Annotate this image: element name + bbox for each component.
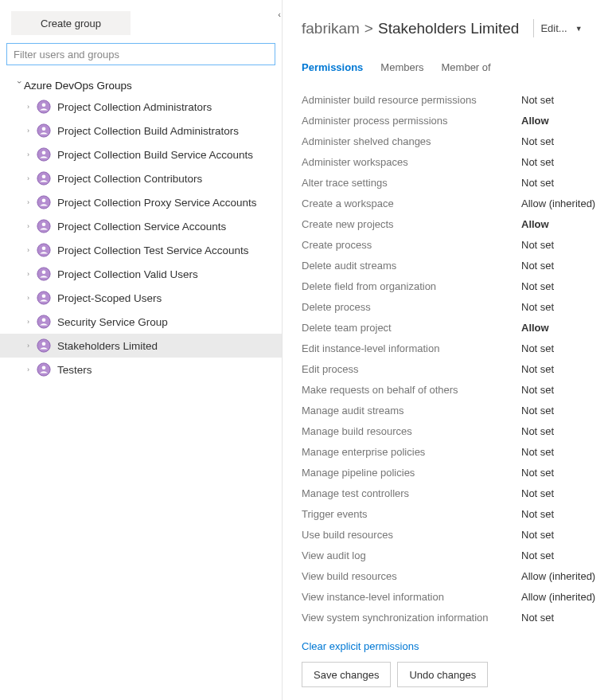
group-icon	[37, 100, 51, 114]
undo-changes-button[interactable]: Undo changes	[397, 662, 488, 687]
permission-value[interactable]: Not set	[521, 405, 554, 416]
permission-value[interactable]: Not set	[521, 467, 554, 479]
permission-row[interactable]: Delete team projectAllow	[302, 317, 598, 338]
permission-label: Alter trace settings	[302, 177, 521, 189]
permission-row[interactable]: Edit instance-level informationNot set	[302, 338, 598, 358]
permission-row[interactable]: View system synchronization informationN…	[302, 607, 598, 628]
permission-value[interactable]: Not set	[521, 529, 554, 541]
permission-label: Edit instance-level information	[302, 342, 521, 354]
group-icon	[37, 123, 51, 138]
permission-value[interactable]: Not set	[521, 177, 554, 189]
permission-row[interactable]: View build resourcesAllow (inherited)	[302, 565, 598, 586]
permission-label: Delete field from organization	[302, 280, 521, 292]
permission-label: Manage audit streams	[302, 405, 521, 416]
sidebar-item-group[interactable]: ›Project Collection Proxy Service Accoun…	[0, 190, 282, 214]
permission-row[interactable]: Create a workspaceAllow (inherited)	[302, 193, 598, 213]
permission-value[interactable]: Not set	[521, 239, 554, 251]
permission-row[interactable]: Create processNot set	[302, 234, 598, 255]
tree-root-azure-devops-groups[interactable]: › Azure DevOps Groups	[0, 76, 282, 95]
permission-value[interactable]: Not set	[521, 384, 554, 396]
permission-row[interactable]: Alter trace settingsNot set	[302, 172, 598, 193]
permission-row[interactable]: Manage test controllersNot set	[302, 483, 598, 503]
permission-value[interactable]: Allow (inherited)	[521, 197, 595, 209]
chevron-down-icon: ›	[15, 81, 24, 91]
sidebar-item-group[interactable]: ›Project Collection Service Accounts	[0, 214, 282, 238]
permission-value[interactable]: Not set	[521, 549, 554, 561]
permission-row[interactable]: Administer shelved changesNot set	[302, 131, 598, 151]
permission-row[interactable]: Manage pipeline policiesNot set	[302, 462, 598, 483]
permission-value[interactable]: Not set	[521, 612, 554, 624]
permission-row[interactable]: Delete processNot set	[302, 296, 598, 317]
tab-members[interactable]: Members	[380, 61, 423, 78]
group-icon	[37, 315, 51, 329]
permission-value[interactable]: Not set	[521, 342, 554, 354]
permission-value[interactable]: Not set	[521, 363, 554, 375]
permission-label: Manage enterprise policies	[302, 446, 521, 458]
permission-row[interactable]: Administer process permissionsAllow	[302, 110, 598, 131]
svg-point-13	[42, 246, 46, 250]
sidebar-item-group[interactable]: ›Testers	[0, 358, 282, 381]
permission-row[interactable]: Delete field from organizationNot set	[302, 276, 598, 296]
permission-value[interactable]: Allow	[521, 322, 549, 334]
permission-value[interactable]: Not set	[521, 280, 554, 292]
permission-value[interactable]: Not set	[521, 301, 554, 313]
permission-row[interactable]: Delete audit streamsNot set	[302, 255, 598, 276]
permission-value[interactable]: Allow (inherited)	[521, 570, 595, 582]
sidebar-item-group[interactable]: ›Project Collection Test Service Account…	[0, 238, 282, 262]
chevron-right-icon: ›	[27, 246, 37, 254]
sidebar-item-group[interactable]: ›Stakeholders Limited	[0, 334, 282, 358]
permission-value[interactable]: Not set	[521, 260, 554, 272]
permission-value[interactable]: Not set	[521, 94, 554, 106]
permission-row[interactable]: Manage build resourcesNot set	[302, 420, 598, 441]
clear-explicit-permissions-link[interactable]: Clear explicit permissions	[302, 640, 598, 652]
breadcrumb: fabrikam > Stakeholders Limited Edit... …	[302, 19, 598, 37]
permission-value[interactable]: Allow (inherited)	[521, 591, 595, 603]
permission-value[interactable]: Allow	[521, 218, 549, 230]
sidebar-item-group[interactable]: ›Security Service Group	[0, 310, 282, 334]
permission-row[interactable]: Make requests on behalf of othersNot set	[302, 379, 598, 400]
tab-permissions[interactable]: Permissions	[302, 61, 363, 78]
permission-row[interactable]: Manage enterprise policiesNot set	[302, 441, 598, 462]
permission-row[interactable]: View audit logNot set	[302, 545, 598, 565]
sidebar-item-label: Project Collection Contributors	[57, 173, 202, 185]
permission-row[interactable]: Manage audit streamsNot set	[302, 400, 598, 420]
tab-member-of[interactable]: Member of	[442, 61, 491, 78]
permission-row[interactable]: Create new projectsAllow	[302, 213, 598, 234]
permission-label: Delete process	[302, 301, 521, 313]
permission-label: Manage build resources	[302, 425, 521, 437]
sidebar-item-group[interactable]: ›Project Collection Build Service Accoun…	[0, 143, 282, 166]
filter-users-groups-input[interactable]	[6, 43, 275, 65]
permission-value[interactable]: Not set	[521, 135, 554, 147]
breadcrumb-org[interactable]: fabrikam	[302, 20, 360, 37]
sidebar-item-group[interactable]: ›Project Collection Administrators	[0, 95, 282, 119]
permission-value[interactable]: Not set	[521, 487, 554, 499]
permission-value[interactable]: Not set	[521, 425, 554, 437]
svg-point-21	[42, 342, 46, 346]
permission-row[interactable]: View instance-level informationAllow (in…	[302, 586, 598, 607]
permission-row[interactable]: Administer workspacesNot set	[302, 151, 598, 172]
edit-dropdown[interactable]: Edit... ▼	[533, 19, 588, 37]
collapse-sidebar-icon[interactable]: ‹	[276, 8, 283, 21]
permission-value[interactable]: Not set	[521, 446, 554, 458]
permission-value[interactable]: Not set	[521, 156, 554, 168]
permission-value[interactable]: Not set	[521, 508, 554, 520]
group-icon	[37, 362, 51, 377]
save-changes-button[interactable]: Save changes	[302, 662, 391, 687]
permission-row[interactable]: Use build resourcesNot set	[302, 524, 598, 545]
permission-row[interactable]: Trigger eventsNot set	[302, 503, 598, 524]
sidebar-item-group[interactable]: ›Project Collection Valid Users	[0, 262, 282, 286]
permission-row[interactable]: Edit processNot set	[302, 358, 598, 379]
caret-down-icon: ▼	[575, 25, 583, 33]
sidebar-item-group[interactable]: ›Project Collection Build Administrators	[0, 119, 282, 143]
create-group-button[interactable]: Create group	[11, 11, 131, 35]
svg-point-1	[42, 103, 46, 107]
svg-point-19	[42, 318, 46, 322]
group-icon	[37, 291, 51, 305]
group-icon	[37, 171, 51, 186]
permission-row[interactable]: Administer build resource permissionsNot…	[302, 89, 598, 110]
group-icon	[37, 195, 51, 209]
sidebar-item-group[interactable]: ›Project Collection Contributors	[0, 166, 282, 190]
sidebar-item-group[interactable]: ›Project-Scoped Users	[0, 286, 282, 310]
chevron-right-icon: ›	[27, 270, 37, 278]
permission-value[interactable]: Allow	[521, 115, 549, 127]
